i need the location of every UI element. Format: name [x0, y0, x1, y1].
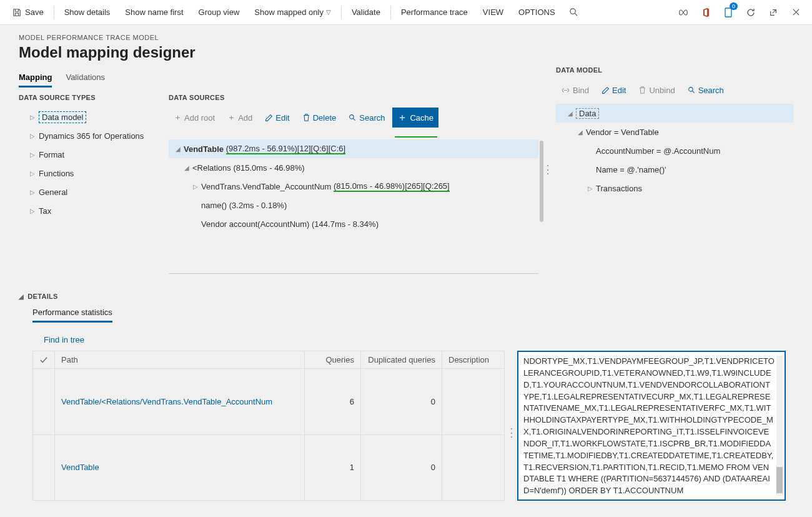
dm-node-vendor[interactable]: ◢ Vendor = VendTable: [556, 123, 793, 141]
popout-button[interactable]: [762, 0, 785, 25]
path-link[interactable]: VendTable: [61, 463, 99, 472]
connect-icon[interactable]: [672, 0, 695, 25]
unbind-button: Unbind: [633, 80, 680, 100]
show-name-first-button[interactable]: Show name first: [117, 0, 191, 25]
chevron-down-icon: ▽: [326, 9, 331, 16]
page-title: Model mapping designer: [19, 44, 793, 61]
messages-button[interactable]: 0: [717, 0, 740, 25]
dst-d365fo[interactable]: ▷ Dynamics 365 for Operations: [19, 126, 162, 145]
scrollbar-thumb[interactable]: [776, 467, 783, 493]
dst-item-label: Tax: [39, 206, 51, 216]
tab-performance-statistics[interactable]: Performance statistics: [32, 304, 112, 323]
save-button[interactable]: Save: [5, 0, 51, 25]
node-stats: (815.0ms - 46.98%)[265][Q:265]: [334, 181, 450, 192]
show-mapped-only-label: Show mapped only: [254, 8, 324, 17]
dm-node-transactions[interactable]: ▷ Transactions: [556, 179, 793, 198]
dst-general[interactable]: ▷ General: [19, 183, 162, 201]
label: Bind: [573, 86, 589, 95]
tab-mapping[interactable]: Mapping: [19, 69, 52, 88]
search-icon: [349, 114, 357, 122]
search-icon: [569, 8, 578, 17]
show-details-button[interactable]: Show details: [57, 0, 118, 25]
svg-line-6: [354, 118, 355, 120]
dst-item-label: Functions: [39, 169, 74, 178]
dst-format[interactable]: ▷ Format: [19, 145, 162, 164]
dst-item-label: Data model: [39, 111, 86, 123]
chevron-down-icon: ◢: [181, 164, 192, 171]
search-button[interactable]: Search: [683, 80, 729, 100]
trash-icon: [302, 113, 310, 122]
options-button[interactable]: OPTIONS: [511, 0, 563, 25]
data-sources-label: DATA SOURCES: [169, 94, 538, 101]
details-header[interactable]: ◢ DETAILS: [19, 293, 793, 300]
data-model-label: DATA MODEL: [556, 66, 793, 74]
tab-validations[interactable]: Validations: [66, 69, 105, 88]
label: Search: [359, 113, 385, 123]
delete-button[interactable]: Delete: [297, 108, 342, 128]
label: Search: [698, 86, 724, 95]
search-button[interactable]: [563, 0, 585, 25]
close-button[interactable]: [785, 0, 807, 25]
label: Edit: [612, 86, 626, 95]
node-label: name() (3.2ms - 0.18%): [201, 201, 287, 210]
scrollbar[interactable]: [540, 141, 543, 222]
chevron-right-icon: ▷: [30, 170, 39, 177]
more-icon[interactable]: ⋮: [542, 163, 553, 176]
col-queries[interactable]: Queries: [305, 351, 361, 369]
chevron-down-icon: ◢: [575, 129, 586, 136]
svg-point-5: [350, 114, 354, 119]
dst-tax[interactable]: ▷ Tax: [19, 201, 162, 220]
ds-node-vendtrans[interactable]: ▷ VendTrans.VendTable_AccountNum (815.0m…: [169, 177, 538, 196]
table-row[interactable]: VendTable 1 0: [33, 434, 505, 501]
dm-node-name[interactable]: ⋮ Name = @.'name()': [556, 160, 793, 179]
more-icon[interactable]: ⋮: [506, 426, 517, 439]
ds-node-relations[interactable]: ◢ <Relations (815.0ms - 46.98%): [169, 158, 538, 177]
separator: [54, 6, 54, 19]
dm-node-data[interactable]: ◢ Data: [556, 104, 793, 123]
cell-dup: 0: [361, 369, 442, 435]
ds-node-vendtable[interactable]: ◢ VendTable (987.2ms - 56.91%)[12][Q:6][…: [169, 139, 538, 158]
dm-node-accountnumber[interactable]: AccountNumber = @.AccountNum: [556, 141, 793, 160]
refresh-button[interactable]: [740, 0, 762, 25]
search-button[interactable]: Search: [344, 108, 390, 128]
col-path[interactable]: Path: [55, 351, 305, 369]
sql-query-box[interactable]: NDORTYPE_MX,T1.VENDPAYMFEEGROUP_JP,T1.VE…: [517, 351, 786, 501]
data-sources-tree: ◢ VendTable (987.2ms - 56.91%)[12][Q:6][…: [169, 139, 538, 271]
validate-button[interactable]: Validate: [344, 0, 388, 25]
edit-button[interactable]: Edit: [260, 108, 294, 128]
find-in-tree-link[interactable]: Find in tree: [44, 335, 84, 344]
chevron-right-icon: ▷: [30, 208, 39, 214]
messages-badge: 0: [730, 3, 738, 10]
svg-line-1: [575, 13, 577, 16]
add-root-button: ＋Add root: [169, 108, 220, 128]
table-row[interactable]: VendTable/<Relations/VendTrans.VendTable…: [33, 369, 505, 435]
performance-trace-button[interactable]: Performance trace: [394, 0, 475, 25]
dst-data-model[interactable]: ▷ Data model: [19, 108, 162, 126]
node-name: VendTrans.VendTable_AccountNum: [201, 182, 331, 191]
pencil-icon: [602, 86, 610, 94]
show-mapped-only-button[interactable]: Show mapped only ▽: [247, 0, 339, 25]
separator: [341, 6, 342, 19]
cache-button[interactable]: ＋Cache: [392, 108, 438, 128]
node-stats: (987.2ms - 56.91%)[12][Q:6][C:6]: [226, 144, 345, 154]
node-label: Vendor account(AccountNum) (144.7ms - 8.…: [201, 219, 379, 229]
path-link[interactable]: VendTable/<Relations/VendTrans.VendTable…: [61, 397, 272, 406]
chevron-right-icon: ▷: [30, 151, 39, 158]
col-select[interactable]: [33, 351, 55, 369]
chevron-down-icon: ◢: [172, 146, 184, 153]
svg-point-0: [570, 9, 575, 14]
add-button: ＋Add: [222, 108, 257, 128]
chevron-right-icon: ▷: [585, 185, 596, 192]
group-view-button[interactable]: Group view: [191, 0, 247, 25]
office-icon[interactable]: [695, 0, 717, 25]
ds-node-name[interactable]: name() (3.2ms - 0.18%): [169, 196, 538, 214]
col-duplicated[interactable]: Duplicated queries: [361, 351, 442, 369]
chevron-down-icon: ◢: [19, 293, 24, 300]
dst-functions[interactable]: ▷ Functions: [19, 164, 162, 183]
edit-button[interactable]: Edit: [597, 80, 631, 100]
view-button[interactable]: VIEW: [475, 0, 511, 25]
ds-node-vendor-account[interactable]: Vendor account(AccountNum) (144.7ms - 8.…: [169, 214, 538, 233]
col-description[interactable]: Description: [442, 351, 505, 369]
page: MODEL PERFORMANCE TRACE MODEL Model mapp…: [0, 25, 812, 280]
node-label: Name = @.'name()': [596, 165, 666, 174]
